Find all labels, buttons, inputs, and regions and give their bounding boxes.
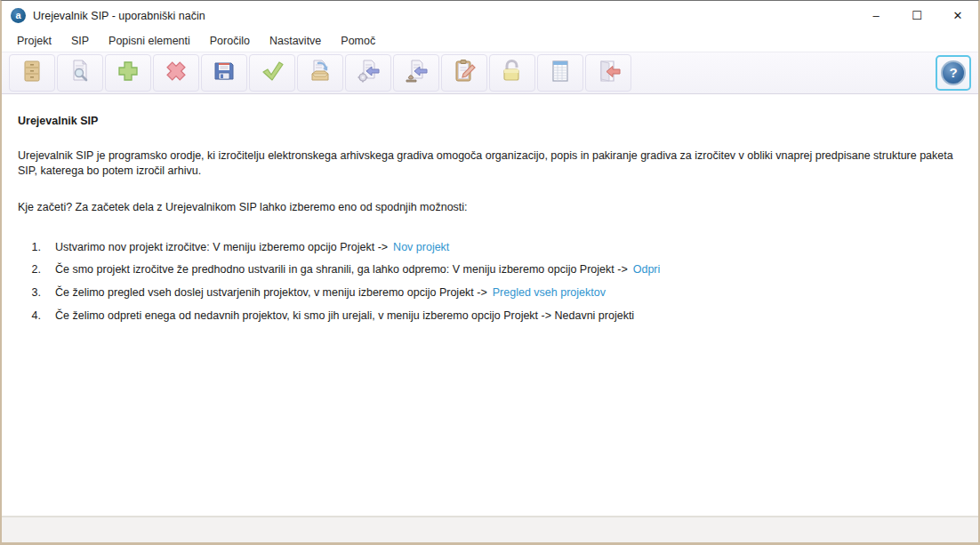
lock-button[interactable] (489, 54, 535, 92)
table-button[interactable] (537, 54, 583, 92)
exit-door-icon (595, 58, 622, 88)
exit-button[interactable] (585, 54, 631, 92)
app-icon: a (11, 8, 26, 23)
package-button[interactable] (297, 54, 343, 92)
table-list-icon (547, 58, 574, 88)
validate-button[interactable] (249, 54, 295, 92)
main-content: Urejevalnik SIP Urejevalnik SIP je progr… (2, 94, 978, 516)
delete-button[interactable] (153, 54, 199, 92)
status-bar (2, 516, 978, 542)
page-title: Urejevalnik SIP (18, 114, 960, 129)
pregled-vseh-projektov-link[interactable]: Pregled vseh projektov (493, 286, 606, 299)
steps-list: 1. Ustvarimo nov projekt izročitve: V me… (18, 240, 960, 325)
list-item: 3. Če želimo pregled vseh doslej ustvarj… (18, 285, 960, 301)
import-stamp-button[interactable] (393, 54, 439, 92)
save-button[interactable] (201, 54, 247, 92)
step-number: 2. (18, 262, 41, 277)
nov-projekt-link[interactable]: Nov projekt (393, 241, 449, 253)
lock-padlock-icon (499, 58, 526, 88)
delete-cross-icon (163, 58, 189, 88)
step-text: Če želimo pregled vseh doslej ustvarjeni… (55, 285, 606, 301)
help-button[interactable]: ? (936, 55, 971, 91)
preview-button[interactable] (57, 54, 103, 92)
edit-report-button[interactable] (441, 54, 487, 92)
archive-cabinet-icon (19, 58, 45, 88)
archive-button[interactable] (9, 54, 55, 92)
list-item: 2. Če smo projekt izročitve že predhodno… (18, 262, 960, 277)
import-stamp-icon (403, 58, 430, 88)
document-preview-icon (67, 58, 93, 88)
step-number: 3. (18, 285, 41, 301)
minimize-button[interactable]: – (855, 1, 896, 30)
menu-popisni-elementi[interactable]: Popisni elementi (99, 31, 200, 51)
list-item: 1. Ustvarimo nov projekt izročitve: V me… (18, 240, 960, 255)
menu-sip[interactable]: SIP (61, 31, 99, 51)
add-plus-icon (115, 58, 141, 88)
step-number: 4. (18, 309, 41, 324)
toolbar: ? (2, 52, 978, 94)
import-settings-icon (355, 58, 382, 88)
save-floppy-icon (211, 58, 237, 88)
menu-projekt[interactable]: Projekt (7, 31, 61, 51)
intro-paragraph: Urejevalnik SIP je programsko orodje, ki… (18, 148, 960, 179)
add-button[interactable] (105, 54, 151, 92)
window-title: Urejevalnik SIP - uporabniški način (33, 10, 205, 22)
menu-bar: Projekt SIP Popisni elementi Poročilo Na… (2, 30, 978, 52)
menu-pomoc[interactable]: Pomoč (331, 31, 385, 51)
validate-check-icon (259, 58, 285, 88)
import-settings-button[interactable] (345, 54, 391, 92)
package-box-icon (307, 58, 333, 88)
menu-porocilo[interactable]: Poročilo (200, 31, 260, 51)
help-question-icon: ? (941, 60, 966, 85)
question-paragraph: Kje začeti? Za začetek dela z Urejevalni… (18, 200, 960, 215)
menu-nastavitve[interactable]: Nastavitve (260, 31, 331, 51)
step-text: Če želimo odpreti enega od nedavnih proj… (55, 309, 634, 324)
step-text: Če smo projekt izročitve že predhodno us… (55, 262, 660, 277)
app-window: a Urejevalnik SIP - uporabniški način – … (0, 0, 980, 545)
edit-clipboard-icon (451, 58, 478, 88)
step-text: Ustvarimo nov projekt izročitve: V menij… (55, 240, 449, 255)
step-number: 1. (18, 240, 41, 255)
close-button[interactable]: ✕ (937, 1, 978, 30)
maximize-button[interactable]: ☐ (896, 1, 937, 30)
title-bar: a Urejevalnik SIP - uporabniški način – … (2, 1, 978, 30)
list-item: 4. Če želimo odpreti enega od nedavnih p… (18, 309, 960, 324)
odpri-link[interactable]: Odpri (633, 263, 661, 276)
window-controls: – ☐ ✕ (855, 1, 978, 30)
